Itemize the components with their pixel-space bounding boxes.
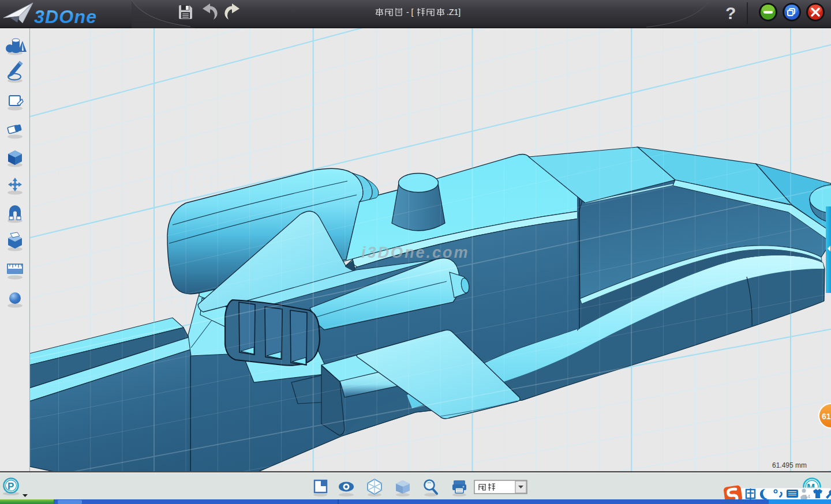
svg-text:61: 61 [822,412,831,421]
svg-text:- [: - [ [406,7,414,17]
svg-text:i3DOne.com: i3DOne.com [361,244,470,261]
svg-text:?: ? [725,3,736,22]
svg-text:3DOne: 3DOne [34,6,97,27]
svg-text:.Z1]: .Z1] [447,7,461,17]
svg-text:14: 14 [804,494,810,499]
svg-text:P: P [8,481,14,492]
svg-text:61.495 mm: 61.495 mm [772,461,807,469]
